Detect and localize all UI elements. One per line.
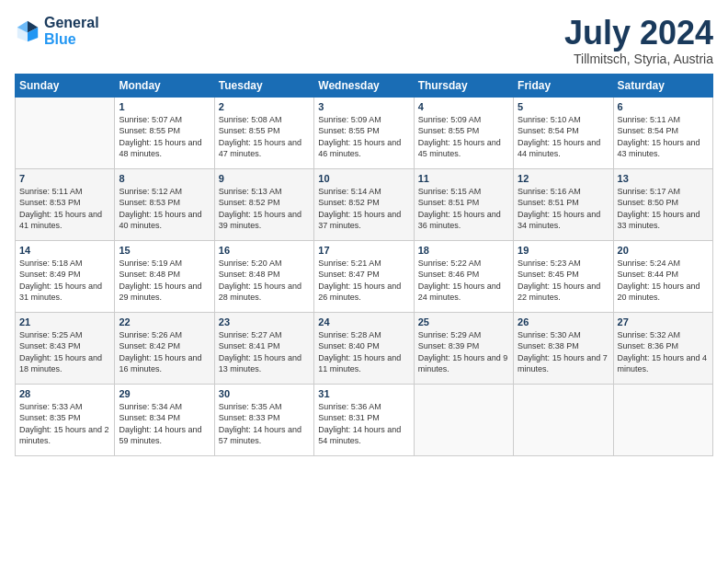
sunset-text: Sunset: 8:51 PM bbox=[518, 197, 609, 209]
weekday-header-thursday: Thursday bbox=[414, 74, 513, 97]
day-number: 18 bbox=[418, 245, 509, 256]
sunset-text: Sunset: 8:54 PM bbox=[618, 125, 709, 137]
calendar-cell bbox=[16, 97, 115, 168]
calendar-cell: 2 Sunrise: 5:08 AM Sunset: 8:55 PM Dayli… bbox=[214, 97, 313, 168]
day-number: 20 bbox=[618, 245, 709, 256]
sunset-text: Sunset: 8:40 PM bbox=[318, 340, 409, 352]
cell-content: Sunrise: 5:25 AM Sunset: 8:43 PM Dayligh… bbox=[19, 329, 110, 375]
day-number: 15 bbox=[119, 245, 210, 256]
day-number: 30 bbox=[219, 388, 310, 399]
sunrise-text: Sunrise: 5:16 AM bbox=[518, 186, 609, 198]
sunset-text: Sunset: 8:39 PM bbox=[418, 340, 509, 352]
day-number: 11 bbox=[418, 173, 509, 184]
calendar-cell: 25 Sunrise: 5:29 AM Sunset: 8:39 PM Dayl… bbox=[414, 312, 513, 384]
sunset-text: Sunset: 8:42 PM bbox=[119, 340, 210, 352]
day-number: 28 bbox=[19, 388, 110, 399]
calendar-cell: 4 Sunrise: 5:09 AM Sunset: 8:55 PM Dayli… bbox=[414, 97, 513, 168]
day-number: 16 bbox=[219, 245, 310, 256]
cell-content: Sunrise: 5:22 AM Sunset: 8:46 PM Dayligh… bbox=[418, 258, 509, 304]
weekday-header-tuesday: Tuesday bbox=[214, 74, 313, 97]
sunrise-text: Sunrise: 5:07 AM bbox=[119, 114, 210, 126]
cell-content: Sunrise: 5:11 AM Sunset: 8:53 PM Dayligh… bbox=[19, 186, 110, 232]
calendar-cell: 6 Sunrise: 5:11 AM Sunset: 8:54 PM Dayli… bbox=[613, 97, 712, 168]
sunset-text: Sunset: 8:33 PM bbox=[219, 412, 310, 424]
daylight-text: Daylight: 15 hours and 40 minutes. bbox=[119, 209, 210, 232]
calendar-table: SundayMondayTuesdayWednesdayThursdayFrid… bbox=[15, 74, 713, 456]
sunset-text: Sunset: 8:38 PM bbox=[518, 340, 609, 352]
calendar-cell: 16 Sunrise: 5:20 AM Sunset: 8:48 PM Dayl… bbox=[214, 240, 313, 312]
calendar-container: General Blue July 2024 Tillmitsch, Styri… bbox=[0, 0, 728, 464]
sunrise-text: Sunrise: 5:25 AM bbox=[19, 329, 110, 341]
sunrise-text: Sunrise: 5:34 AM bbox=[119, 401, 210, 413]
cell-content: Sunrise: 5:27 AM Sunset: 8:41 PM Dayligh… bbox=[219, 329, 310, 375]
sunset-text: Sunset: 8:55 PM bbox=[219, 125, 310, 137]
sunset-text: Sunset: 8:34 PM bbox=[119, 412, 210, 424]
cell-content: Sunrise: 5:20 AM Sunset: 8:48 PM Dayligh… bbox=[219, 258, 310, 304]
day-number: 9 bbox=[219, 173, 310, 184]
sunrise-text: Sunrise: 5:22 AM bbox=[418, 258, 509, 270]
calendar-cell: 12 Sunrise: 5:16 AM Sunset: 8:51 PM Dayl… bbox=[514, 168, 613, 240]
cell-content: Sunrise: 5:17 AM Sunset: 8:50 PM Dayligh… bbox=[618, 186, 709, 232]
calendar-cell bbox=[414, 384, 513, 455]
day-number: 22 bbox=[119, 316, 210, 327]
calendar-cell: 24 Sunrise: 5:28 AM Sunset: 8:40 PM Dayl… bbox=[314, 312, 414, 384]
sunrise-text: Sunrise: 5:08 AM bbox=[219, 114, 310, 126]
day-number: 13 bbox=[618, 173, 709, 184]
cell-content: Sunrise: 5:28 AM Sunset: 8:40 PM Dayligh… bbox=[318, 329, 409, 375]
sunset-text: Sunset: 8:44 PM bbox=[618, 269, 709, 281]
daylight-text: Daylight: 15 hours and 31 minutes. bbox=[19, 281, 110, 304]
day-number: 21 bbox=[19, 316, 110, 327]
cell-content: Sunrise: 5:11 AM Sunset: 8:54 PM Dayligh… bbox=[618, 114, 709, 160]
sunrise-text: Sunrise: 5:11 AM bbox=[618, 114, 709, 126]
week-row-5: 28 Sunrise: 5:33 AM Sunset: 8:35 PM Dayl… bbox=[16, 384, 713, 455]
sunrise-text: Sunrise: 5:11 AM bbox=[19, 186, 110, 198]
sunrise-text: Sunrise: 5:18 AM bbox=[19, 258, 110, 270]
sunrise-text: Sunrise: 5:35 AM bbox=[219, 401, 310, 413]
day-number: 7 bbox=[19, 173, 110, 184]
daylight-text: Daylight: 15 hours and 11 minutes. bbox=[318, 352, 409, 375]
sunset-text: Sunset: 8:54 PM bbox=[518, 125, 609, 137]
sunrise-text: Sunrise: 5:21 AM bbox=[318, 258, 409, 270]
daylight-text: Daylight: 15 hours and 41 minutes. bbox=[19, 209, 110, 232]
daylight-text: Daylight: 15 hours and 20 minutes. bbox=[618, 281, 709, 304]
logo-text: General Blue bbox=[44, 15, 99, 48]
sunset-text: Sunset: 8:55 PM bbox=[418, 125, 509, 137]
day-number: 12 bbox=[518, 173, 609, 184]
calendar-cell: 23 Sunrise: 5:27 AM Sunset: 8:41 PM Dayl… bbox=[214, 312, 313, 384]
sunset-text: Sunset: 8:48 PM bbox=[219, 269, 310, 281]
header-area: General Blue July 2024 Tillmitsch, Styri… bbox=[15, 15, 713, 66]
weekday-header-saturday: Saturday bbox=[613, 74, 712, 97]
sunrise-text: Sunrise: 5:13 AM bbox=[219, 186, 310, 198]
cell-content: Sunrise: 5:10 AM Sunset: 8:54 PM Dayligh… bbox=[518, 114, 609, 160]
sunrise-text: Sunrise: 5:24 AM bbox=[618, 258, 709, 270]
daylight-text: Daylight: 15 hours and 26 minutes. bbox=[318, 281, 409, 304]
daylight-text: Daylight: 15 hours and 36 minutes. bbox=[418, 209, 509, 232]
cell-content: Sunrise: 5:13 AM Sunset: 8:52 PM Dayligh… bbox=[219, 186, 310, 232]
day-number: 26 bbox=[518, 316, 609, 327]
calendar-cell: 8 Sunrise: 5:12 AM Sunset: 8:53 PM Dayli… bbox=[115, 168, 214, 240]
cell-content: Sunrise: 5:23 AM Sunset: 8:45 PM Dayligh… bbox=[518, 258, 609, 304]
logo-icon bbox=[15, 18, 40, 44]
sunrise-text: Sunrise: 5:26 AM bbox=[119, 329, 210, 341]
sunset-text: Sunset: 8:53 PM bbox=[119, 197, 210, 209]
cell-content: Sunrise: 5:32 AM Sunset: 8:36 PM Dayligh… bbox=[618, 329, 709, 375]
cell-content: Sunrise: 5:34 AM Sunset: 8:34 PM Dayligh… bbox=[119, 401, 210, 447]
month-title: July 2024 bbox=[564, 15, 713, 52]
cell-content: Sunrise: 5:18 AM Sunset: 8:49 PM Dayligh… bbox=[19, 258, 110, 304]
cell-content: Sunrise: 5:07 AM Sunset: 8:55 PM Dayligh… bbox=[119, 114, 210, 160]
calendar-cell: 11 Sunrise: 5:15 AM Sunset: 8:51 PM Dayl… bbox=[414, 168, 513, 240]
daylight-text: Daylight: 15 hours and 2 minutes. bbox=[19, 424, 110, 447]
calendar-cell: 15 Sunrise: 5:19 AM Sunset: 8:48 PM Dayl… bbox=[115, 240, 214, 312]
cell-content: Sunrise: 5:08 AM Sunset: 8:55 PM Dayligh… bbox=[219, 114, 310, 160]
sunset-text: Sunset: 8:53 PM bbox=[19, 197, 110, 209]
daylight-text: Daylight: 15 hours and 37 minutes. bbox=[318, 209, 409, 232]
calendar-cell: 19 Sunrise: 5:23 AM Sunset: 8:45 PM Dayl… bbox=[514, 240, 613, 312]
week-row-3: 14 Sunrise: 5:18 AM Sunset: 8:49 PM Dayl… bbox=[16, 240, 713, 312]
sunrise-text: Sunrise: 5:15 AM bbox=[418, 186, 509, 198]
daylight-text: Daylight: 15 hours and 24 minutes. bbox=[418, 281, 509, 304]
sunrise-text: Sunrise: 5:17 AM bbox=[618, 186, 709, 198]
day-number: 10 bbox=[318, 173, 409, 184]
calendar-cell bbox=[613, 384, 712, 455]
calendar-cell: 27 Sunrise: 5:32 AM Sunset: 8:36 PM Dayl… bbox=[613, 312, 712, 384]
daylight-text: Daylight: 14 hours and 54 minutes. bbox=[318, 424, 409, 447]
